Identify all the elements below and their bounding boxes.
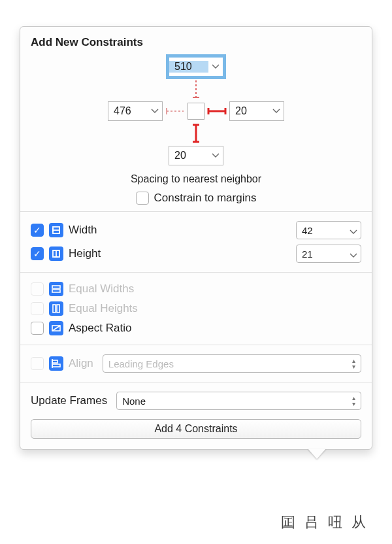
spacing-caption: Spacing to nearest neighbor (131, 173, 261, 185)
width-value: 42 (297, 225, 346, 236)
separator (20, 272, 372, 273)
svg-rect-21 (57, 305, 59, 313)
spacing-right-field[interactable]: 20 (229, 101, 284, 121)
updown-icon: ▴▾ (346, 395, 361, 407)
height-checkbox[interactable]: ✓ (31, 247, 44, 260)
spacing-top-strut[interactable] (191, 80, 201, 97)
spacing-top-value: 510 (169, 61, 208, 73)
width-icon (49, 223, 63, 237)
width-value-field[interactable]: 42 (296, 221, 361, 239)
spacing-top-field[interactable]: 510 (169, 57, 223, 76)
spacing-bottom-value: 20 (169, 150, 208, 162)
spacing-bottom-strut[interactable] (191, 125, 201, 142)
separator (20, 345, 372, 345)
equal-widths-label: Equal Widths (69, 282, 134, 296)
spacing-diagram: 510 476 20 (31, 54, 361, 186)
add-constraints-label: Add 4 Constraints (154, 423, 237, 435)
dropdown-icon[interactable] (346, 225, 361, 236)
spacing-center-box (188, 103, 204, 120)
height-icon (49, 246, 63, 261)
spacing-left-value: 476 (108, 105, 148, 117)
svg-rect-20 (53, 305, 56, 313)
spacing-left-field[interactable]: 476 (108, 101, 163, 121)
spacing-bottom-field[interactable]: 20 (169, 146, 223, 165)
svg-line-23 (52, 326, 60, 331)
aspect-ratio-label: Aspect Ratio (69, 322, 131, 335)
align-checkbox (31, 357, 44, 370)
height-value-field[interactable]: 21 (296, 245, 361, 263)
width-label: Width (69, 224, 97, 237)
spacing-left-strut[interactable] (167, 106, 184, 116)
align-dropdown: Leading Edges ▴▾ (103, 354, 361, 373)
svg-rect-25 (52, 364, 60, 367)
svg-rect-18 (52, 286, 60, 288)
aspect-ratio-checkbox[interactable] (31, 322, 44, 335)
equal-heights-icon (49, 301, 63, 316)
dropdown-icon[interactable] (208, 58, 223, 76)
spacing-right-value: 20 (230, 105, 269, 117)
update-frames-dropdown[interactable]: None ▴▾ (116, 392, 361, 410)
width-checkbox[interactable]: ✓ (31, 224, 44, 237)
separator (20, 382, 372, 382)
svg-rect-24 (52, 360, 57, 363)
dropdown-icon[interactable] (148, 102, 162, 120)
separator (20, 211, 372, 212)
equal-heights-label: Equal Heights (69, 302, 138, 315)
align-icon (49, 356, 63, 371)
align-label: Align (69, 357, 93, 370)
add-constraints-button[interactable]: Add 4 Constraints (31, 419, 361, 439)
dropdown-icon[interactable] (346, 248, 361, 260)
updown-icon: ▴▾ (346, 358, 361, 369)
svg-rect-19 (52, 290, 60, 292)
aspect-ratio-icon (49, 321, 63, 335)
constrain-margins-label: Constrain to margins (154, 192, 257, 205)
spacing-right-strut[interactable] (208, 106, 225, 116)
dropdown-icon[interactable] (269, 102, 284, 120)
update-frames-value: None (117, 396, 346, 407)
popover-tail (308, 449, 326, 459)
align-value: Leading Edges (103, 358, 346, 369)
equal-widths-checkbox (31, 282, 44, 296)
height-value: 21 (297, 248, 346, 260)
constraints-popover: Add New Constraints 510 476 (20, 26, 372, 450)
update-frames-label: Update Frames (31, 394, 107, 407)
height-label: Height (69, 247, 101, 260)
equal-widths-icon (49, 282, 63, 296)
popover-title: Add New Constraints (31, 36, 361, 49)
constrain-margins-checkbox[interactable] (136, 192, 149, 205)
equal-heights-checkbox (31, 302, 44, 315)
dropdown-icon[interactable] (208, 146, 223, 165)
